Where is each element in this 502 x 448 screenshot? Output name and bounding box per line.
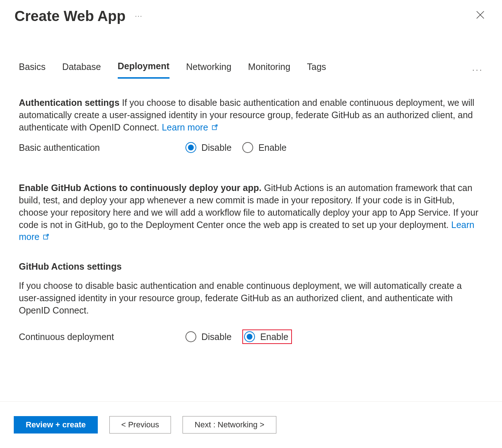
svg-line-5 [46,235,49,237]
continuous-deployment-row: Continuous deployment Disable Enable [19,329,483,344]
external-link-icon [212,121,218,134]
continuous-deployment-enable-label: Enable [260,332,288,342]
basic-auth-radio-group: Disable Enable [185,142,286,153]
tab-deployment[interactable]: Deployment [118,61,170,79]
basic-auth-disable-option[interactable]: Disable [185,142,231,153]
basic-auth-disable-label: Disable [201,142,231,153]
continuous-deployment-disable-option[interactable]: Disable [185,331,231,342]
svg-line-3 [215,125,217,127]
radio-unselected-icon [185,331,196,342]
header-left: Create Web App ··· [14,8,143,24]
tab-database[interactable]: Database [62,62,101,78]
github-settings-description: If you choose to disable basic authentic… [19,280,483,316]
tab-monitoring[interactable]: Monitoring [248,62,290,78]
basic-auth-enable-option[interactable]: Enable [242,142,286,153]
content: Authentication settings If you choose to… [0,79,502,344]
tab-tags[interactable]: Tags [307,62,326,78]
github-section-paragraph: Enable GitHub Actions to continuously de… [19,182,483,243]
page-title: Create Web App [14,8,126,24]
continuous-deployment-enable-option[interactable]: Enable [242,329,292,344]
footer: Review + create < Previous Next : Networ… [0,401,502,448]
review-create-button[interactable]: Review + create [14,416,98,434]
tabs-overflow-icon[interactable]: ··· [472,65,483,75]
continuous-deployment-disable-label: Disable [201,332,231,342]
github-heading: Enable GitHub Actions to continuously de… [19,183,262,193]
close-icon[interactable] [473,7,488,25]
basic-auth-label: Basic authentication [19,142,185,153]
tab-basics[interactable]: Basics [19,62,46,78]
basic-auth-enable-label: Enable [258,142,286,153]
auth-section-paragraph: Authentication settings If you choose to… [19,97,483,133]
previous-button[interactable]: < Previous [109,416,171,434]
auth-learn-more-text: Learn more [162,122,208,132]
external-link-icon [43,231,49,243]
next-button[interactable]: Next : Networking > [183,416,276,434]
tab-networking[interactable]: Networking [186,62,231,78]
tabs: Basics Database Deployment Networking Mo… [0,61,502,79]
continuous-deployment-radio-group: Disable Enable [185,329,292,344]
radio-selected-icon [244,331,255,342]
continuous-deployment-label: Continuous deployment [19,332,185,342]
header: Create Web App ··· [0,0,502,32]
auth-heading: Authentication settings [19,98,120,108]
header-ellipsis-icon[interactable]: ··· [135,12,143,20]
auth-learn-more-link[interactable]: Learn more [162,122,218,132]
radio-selected-icon [185,142,196,153]
radio-unselected-icon [242,142,253,153]
github-settings-heading: GitHub Actions settings [19,261,483,272]
basic-auth-row: Basic authentication Disable Enable [19,142,483,153]
